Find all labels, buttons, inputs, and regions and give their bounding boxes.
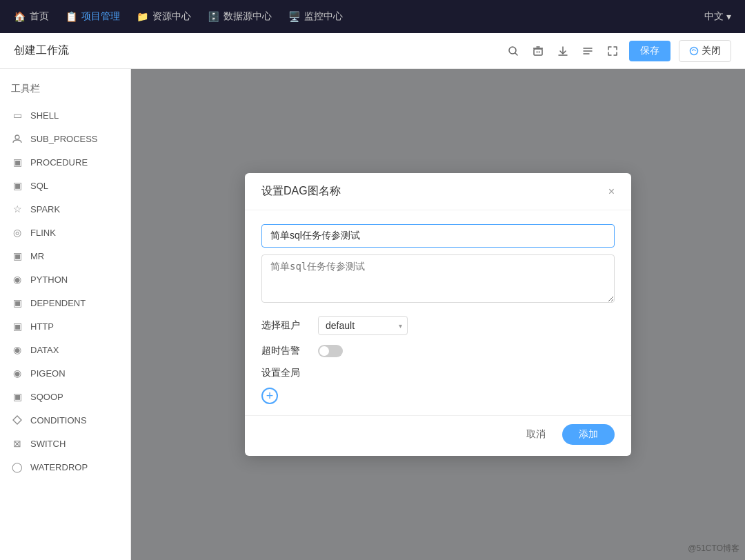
sql-icon: ▣ — [11, 179, 23, 192]
svg-point-12 — [691, 47, 698, 54]
timeout-toggle[interactable] — [318, 345, 343, 357]
sub-process-icon — [11, 132, 23, 145]
align-button[interactable] — [579, 43, 596, 59]
page-title: 创建工作流 — [14, 43, 69, 58]
tenant-row: 选择租户 default ▾ — [261, 316, 615, 335]
cancel-button[interactable]: 取消 — [518, 424, 554, 445]
tenant-select-wrapper: default ▾ — [318, 316, 408, 335]
monitor-icon: 🖥️ — [288, 11, 300, 22]
shell-icon: ▭ — [11, 109, 23, 121]
python-icon: ◉ — [11, 273, 23, 286]
toolbar-bar: 创建工作流 — [0, 33, 745, 69]
nav-resource[interactable]: 📁 资源中心 — [137, 10, 191, 23]
timeout-row: 超时告警 — [261, 345, 615, 357]
sidebar-item-sub-process[interactable]: SUB_PROCESS — [0, 127, 130, 150]
sidebar-item-switch[interactable]: ⊠ SWITCH — [0, 432, 130, 455]
toolbar-actions: 保存 关闭 — [505, 40, 731, 62]
plus-icon: + — [266, 390, 274, 402]
sidebar-item-waterdrop[interactable]: ◯ WATERDROP — [0, 455, 130, 479]
timeout-label: 超时告警 — [261, 345, 310, 357]
sync-icon — [689, 46, 699, 56]
svg-line-1 — [515, 53, 517, 55]
close-button[interactable]: 关闭 — [679, 40, 731, 62]
home-icon: 🏠 — [14, 11, 26, 22]
search-button[interactable] — [505, 43, 522, 59]
fullscreen-button[interactable] — [604, 43, 621, 59]
search-icon — [508, 46, 519, 57]
delete-icon — [533, 46, 544, 57]
conditions-icon — [11, 414, 23, 426]
dialog-body: 选择租户 default ▾ 超时告警 — [245, 210, 631, 415]
dialog: 设置DAG图名称 × 选择租户 default ▾ — [245, 173, 631, 456]
toggle-knob — [319, 346, 329, 356]
top-nav: 🏠 首页 📋 项目管理 📁 资源中心 🗄️ 数据源中心 🖥️ 监控中心 中文 ▾ — [0, 0, 745, 33]
sidebar-item-shell[interactable]: ▭ SHELL — [0, 103, 130, 127]
add-button[interactable]: 添加 — [562, 424, 615, 445]
canvas-area: 设置DAG图名称 × 选择租户 default ▾ — [131, 69, 745, 560]
sidebar-item-pigeon[interactable]: ◉ PIGEON — [0, 361, 130, 385]
fullscreen-icon — [607, 46, 618, 57]
project-icon: 📋 — [66, 11, 77, 22]
add-global-param-button[interactable]: + — [261, 388, 278, 404]
lang-arrow-icon: ▾ — [726, 11, 731, 22]
sidebar-item-procedure[interactable]: ▣ PROCEDURE — [0, 150, 130, 174]
dialog-close-button[interactable]: × — [608, 186, 615, 198]
dialog-title: 设置DAG图名称 — [261, 184, 341, 199]
sub-process-svg — [12, 133, 23, 144]
svg-point-13 — [15, 135, 19, 139]
sidebar-item-http[interactable]: ▣ HTTP — [0, 314, 130, 338]
mr-icon: ▣ — [11, 250, 23, 262]
sidebar-item-spark[interactable]: ☆ SPARK — [0, 197, 130, 221]
tenant-label: 选择租户 — [261, 319, 310, 332]
delete-button[interactable] — [530, 43, 546, 59]
download-button[interactable] — [555, 43, 571, 59]
lang-switcher[interactable]: 中文 ▾ — [704, 10, 731, 23]
dag-name-input[interactable] — [261, 224, 615, 248]
datax-icon: ◉ — [11, 343, 23, 356]
sidebar-item-dependent[interactable]: ▣ DEPENDENT — [0, 291, 130, 314]
datasource-icon: 🗄️ — [208, 11, 219, 22]
dag-description-textarea[interactable] — [261, 254, 615, 303]
waterdrop-icon: ◯ — [11, 461, 23, 473]
sidebar-item-mr[interactable]: ▣ MR — [0, 244, 130, 268]
flink-icon: ◎ — [11, 226, 23, 239]
sidebar-title: 工具栏 — [0, 77, 130, 103]
nav-project[interactable]: 📋 项目管理 — [66, 10, 120, 23]
spark-icon: ☆ — [11, 203, 23, 215]
procedure-icon: ▣ — [11, 156, 23, 168]
sidebar-item-flink[interactable]: ◎ FLINK — [0, 221, 130, 244]
switch-icon: ⊠ — [11, 437, 23, 450]
sidebar: 工具栏 ▭ SHELL SUB_PROCESS ▣ PROCEDURE ▣ SQ… — [0, 69, 131, 560]
conditions-svg — [12, 414, 23, 426]
sidebar-item-sql[interactable]: ▣ SQL — [0, 174, 130, 197]
sidebar-item-conditions[interactable]: CONDITIONS — [0, 408, 130, 432]
resource-icon: 📁 — [137, 11, 148, 22]
sidebar-item-python[interactable]: ◉ PYTHON — [0, 268, 130, 291]
dependent-icon: ▣ — [11, 297, 23, 309]
svg-marker-14 — [13, 416, 21, 424]
modal-overlay: 设置DAG图名称 × 选择租户 default ▾ — [131, 69, 745, 560]
nav-datasource[interactable]: 🗄️ 数据源中心 — [208, 10, 272, 23]
dialog-footer: 取消 添加 — [245, 415, 631, 456]
sidebar-item-datax[interactable]: ◉ DATAX — [0, 338, 130, 361]
sqoop-icon: ▣ — [11, 390, 23, 403]
nav-monitor[interactable]: 🖥️ 监控中心 — [288, 10, 343, 23]
align-icon — [582, 46, 593, 57]
nav-home[interactable]: 🏠 首页 — [14, 10, 49, 23]
save-button[interactable]: 保存 — [629, 41, 670, 61]
sidebar-item-sqoop[interactable]: ▣ SQOOP — [0, 385, 130, 408]
svg-rect-2 — [534, 49, 542, 55]
main-layout: 工具栏 ▭ SHELL SUB_PROCESS ▣ PROCEDURE ▣ SQ… — [0, 69, 745, 560]
download-icon — [557, 46, 568, 57]
pigeon-icon: ◉ — [11, 367, 23, 379]
tenant-select[interactable]: default — [318, 316, 408, 335]
dialog-header: 设置DAG图名称 × — [245, 173, 631, 210]
http-icon: ▣ — [11, 320, 23, 332]
global-section-title: 设置全局 — [261, 367, 615, 379]
